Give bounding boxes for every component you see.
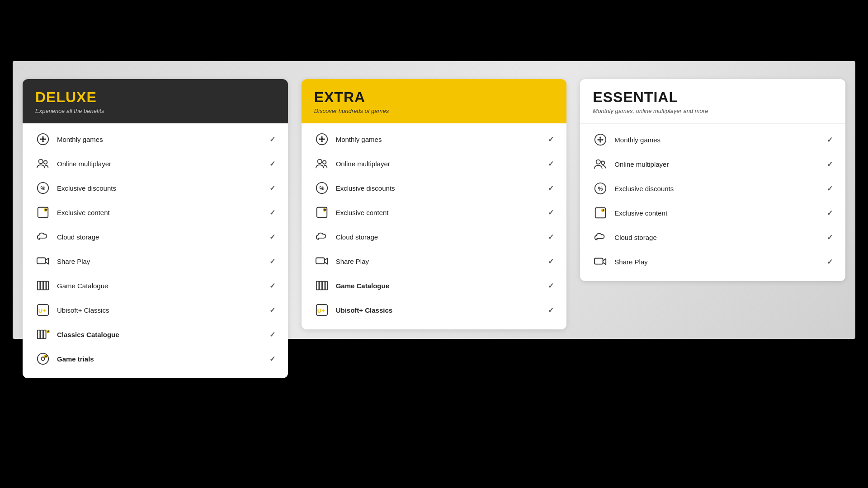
game-catalogue-check: ✓ [269, 282, 275, 290]
cloud-storage-check: ✓ [827, 233, 833, 242]
deluxe-title: DELUXE [35, 89, 275, 106]
list-item: ★ Game trials ✓ [23, 347, 288, 371]
svg-point-33 [321, 141, 323, 142]
cloud-storage-label: Cloud storage [57, 233, 263, 241]
svg-text:%: % [598, 186, 603, 192]
list-item: Monthly games ✓ [580, 127, 845, 152]
list-item: % Exclusive discounts ✓ [23, 176, 288, 200]
ubisoft-classics-label: Ubisoft+ Classics [336, 306, 542, 314]
cloud-storage-label: Cloud storage [614, 234, 821, 241]
share-play-label: Share Play [336, 258, 542, 265]
svg-rect-43 [316, 282, 319, 290]
share-play-icon [35, 253, 51, 269]
extra-title: EXTRA [314, 89, 554, 106]
share-play-label: Share Play [614, 258, 821, 266]
list-item: Online multiplayer ✓ [23, 151, 288, 176]
share-play-icon [593, 254, 608, 269]
exclusive-discounts-label: Exclusive discounts [336, 184, 542, 192]
cloud-storage-label: Cloud storage [336, 233, 542, 241]
essential-title: ESSENTIAL [593, 89, 833, 106]
list-item: U+ Ubisoft+ Classics ✓ [302, 298, 567, 322]
extra-card: EXTRA Discover hundreds of games Monthly… [302, 79, 567, 329]
ubisoft-classics-icon: U+ [314, 302, 330, 318]
deluxe-subtitle: Experience all the benefits [35, 108, 275, 114]
deluxe-body: Monthly games ✓ Online multiplayer ✓ [23, 123, 288, 378]
extra-body: Monthly games ✓ Online multiplayer ✓ [302, 123, 567, 329]
list-item: Share Play ✓ [580, 249, 845, 274]
svg-text:★: ★ [47, 329, 50, 333]
svg-rect-45 [322, 282, 325, 290]
list-item: Online multiplayer ✓ [580, 152, 845, 176]
plans-container: DELUXE Experience all the benefits Month… [23, 79, 845, 378]
svg-rect-20 [38, 330, 40, 339]
online-multiplayer-check: ✓ [827, 160, 833, 169]
exclusive-content-icon: ★ [314, 205, 330, 220]
extra-header: EXTRA Discover hundreds of games [302, 79, 567, 123]
svg-text:U+: U+ [38, 307, 46, 314]
svg-text:★: ★ [323, 208, 326, 212]
exclusive-discounts-check: ✓ [269, 184, 275, 192]
svg-point-3 [42, 136, 44, 138]
online-multiplayer-icon [35, 156, 51, 171]
exclusive-discounts-icon: % [35, 180, 51, 196]
list-item: U+ Ubisoft+ Classics ✓ [23, 298, 288, 322]
online-multiplayer-label: Online multiplayer [57, 160, 263, 168]
exclusive-content-icon: ★ [35, 205, 51, 220]
list-item: ★ Exclusive content ✓ [23, 200, 288, 225]
game-trials-check: ✓ [269, 355, 275, 363]
svg-point-6 [39, 160, 43, 164]
exclusive-content-label: Exclusive content [336, 209, 542, 216]
cloud-storage-check: ✓ [269, 233, 275, 241]
svg-rect-15 [40, 282, 43, 290]
exclusive-discounts-icon: % [314, 180, 330, 196]
svg-rect-14 [38, 282, 40, 290]
list-item: Cloud storage ✓ [23, 225, 288, 249]
essential-body: Monthly games ✓ Online multiplayer ✓ [580, 124, 845, 281]
list-item: Game Catalogue ✓ [23, 273, 288, 298]
share-play-check: ✓ [548, 257, 554, 266]
classics-catalogue-label: Classics Catalogue [57, 331, 263, 338]
ubisoft-classics-check: ✓ [269, 306, 275, 314]
list-item: ★ Exclusive content ✓ [580, 201, 845, 225]
svg-point-53 [599, 141, 601, 143]
exclusive-discounts-check: ✓ [827, 184, 833, 193]
game-catalogue-label: Game Catalogue [57, 282, 263, 290]
classics-catalogue-check: ✓ [269, 330, 275, 339]
exclusive-content-icon: ★ [593, 205, 608, 221]
essential-subtitle: Monthly games, online multiplayer and mo… [593, 108, 833, 114]
game-catalogue-icon [35, 278, 51, 293]
online-multiplayer-check: ✓ [269, 160, 275, 168]
svg-point-31 [323, 138, 325, 140]
svg-text:%: % [319, 185, 324, 192]
svg-point-55 [596, 160, 600, 164]
exclusive-discounts-label: Exclusive discounts [614, 185, 821, 192]
cloud-storage-check: ✓ [548, 233, 554, 241]
exclusive-content-check: ✓ [548, 208, 554, 217]
essential-card: ESSENTIAL Monthly games, online multipla… [580, 79, 845, 281]
svg-point-4 [42, 141, 44, 142]
svg-point-34 [321, 138, 323, 141]
svg-point-36 [323, 160, 326, 164]
game-trials-label: Game trials [57, 355, 263, 363]
list-item: ★ Classics Catalogue ✓ [23, 322, 288, 347]
share-play-check: ✓ [827, 258, 833, 266]
svg-point-7 [44, 160, 47, 164]
svg-point-28 [41, 357, 45, 361]
list-item: Monthly games ✓ [23, 127, 288, 151]
list-item: Game Catalogue ✓ [302, 273, 567, 298]
monthly-games-icon [35, 131, 51, 147]
monthly-games-icon [314, 131, 330, 147]
monthly-games-label: Monthly games [57, 136, 263, 143]
svg-rect-44 [319, 282, 322, 290]
list-item: Cloud storage ✓ [580, 225, 845, 249]
game-catalogue-check: ✓ [548, 282, 554, 290]
monthly-games-icon [593, 132, 608, 147]
deluxe-header: DELUXE Experience all the benefits [23, 79, 288, 123]
monthly-games-label: Monthly games [336, 136, 542, 143]
cloud-storage-icon [35, 229, 51, 244]
essential-header: ESSENTIAL Monthly games, online multipla… [580, 79, 845, 124]
exclusive-content-check: ✓ [269, 208, 275, 217]
ubisoft-classics-icon: U+ [35, 302, 51, 318]
svg-rect-42 [316, 258, 325, 264]
svg-point-52 [599, 136, 601, 138]
